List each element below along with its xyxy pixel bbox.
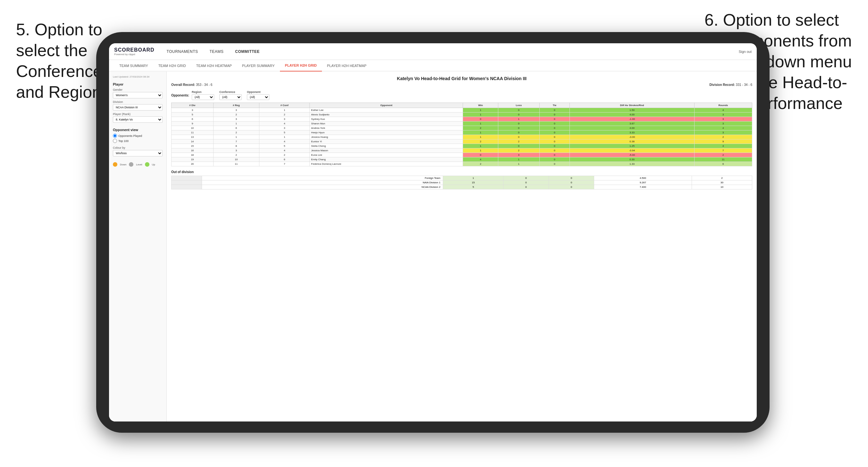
nav-tournaments[interactable]: TOURNAMENTS — [161, 43, 204, 60]
tab-player-summary[interactable]: PLAYER SUMMARY — [237, 60, 280, 71]
table-row: 633Sydney Kuo010-1.003 — [172, 117, 752, 122]
filter-conference-select[interactable]: (All) — [219, 94, 242, 100]
th-loss: Loss — [498, 103, 539, 108]
out-of-div-table: Foreign Team1004.5002NAIA Division 11500… — [171, 176, 752, 189]
table-row: 1474Eunice Yi2200.389 — [172, 139, 752, 144]
logo-area: SCOREBOARD Powered by clippd — [114, 47, 155, 56]
player-section-title: Player — [113, 82, 162, 86]
player-rank-label: Player (Rank) — [113, 113, 162, 116]
table-row: 1822Euna Lee030-5.002 — [172, 153, 752, 157]
colour-by-select[interactable]: Win/loss — [113, 150, 162, 156]
out-table-row: NAIA Division 115009.26730 — [172, 181, 752, 185]
tablet-screen: SCOREBOARD Powered by clippd TOURNAMENTS… — [109, 43, 757, 422]
tab-team-h2h-grid[interactable]: TEAM H2H GRID — [153, 60, 191, 71]
gender-select[interactable]: Women's — [113, 92, 162, 98]
out-table-row: Foreign Team1004.5002 — [172, 176, 752, 181]
nav-items: TOURNAMENTS TEAMS COMMITTEE — [161, 43, 266, 60]
dot-level — [129, 162, 133, 167]
main-content: Last Updated: 27/03/2024 08:34 Player Ge… — [109, 71, 757, 422]
table-row: 331Esther Lee1001.504 — [172, 108, 752, 113]
filter-opponent-select[interactable]: (All) — [247, 94, 269, 100]
dot-level-label: Level — [136, 163, 142, 166]
table-row: 1585Stella Cheng1001.254 — [172, 144, 752, 148]
opponents-label: Opponents: — [171, 94, 189, 97]
th-win: Win — [463, 103, 498, 108]
player-rank-select[interactable]: 8. Katelyn Vo — [113, 116, 162, 123]
table-row: 20117Federica Domecq Lacroze2101.336 — [172, 162, 752, 166]
filter-conference-label: Conference — [219, 90, 242, 94]
out-table-row: NCAA Division 25007.40010 — [172, 185, 752, 189]
dot-indicators: Down Level Up — [113, 162, 162, 167]
sub-navbar: TEAM SUMMARY TEAM H2H GRID TEAM H2H HEAT… — [109, 60, 757, 71]
tab-player-h2h-heatmap[interactable]: PLAYER H2H HEATMAP — [322, 60, 372, 71]
sign-out-link[interactable]: Sign out — [739, 50, 752, 54]
table-row: 1125Heejo Hyun1003.333 — [172, 130, 752, 135]
filter-conference-group: Conference (All) — [219, 90, 242, 100]
dot-down — [113, 162, 117, 167]
table-row: 19106Emily Chang4100.3011 — [172, 157, 752, 162]
overall-record: Overall Record: 353 - 34 - 6 — [171, 83, 212, 87]
radio-top-100[interactable]: Top 100 — [113, 139, 162, 143]
nav-right: Sign out — [739, 50, 752, 54]
opponent-view-label: Opponent view — [113, 128, 162, 132]
table-row: 1311Jessica Huang100-3.002 — [172, 135, 752, 139]
th-div: # Div — [172, 103, 214, 108]
table-row: 914Sharon Mun1003.673 — [172, 122, 752, 126]
last-updated: Last Updated: 27/03/2024 08:34 — [113, 75, 162, 79]
th-rounds: Rounds — [694, 103, 752, 108]
th-conf: # Conf — [259, 103, 310, 108]
filter-region-label: Region — [192, 90, 214, 94]
division-record: Division Record: 331 - 34 - 6 — [710, 83, 752, 87]
nav-committee[interactable]: COMMITTEE — [229, 43, 266, 60]
dot-down-label: Down — [120, 163, 126, 166]
th-opponent: Opponent — [310, 103, 463, 108]
table-row: 1063Andrea York2004.004 — [172, 126, 752, 130]
page-title: Katelyn Vo Head-to-Head Grid for Women's… — [171, 76, 752, 81]
dot-up-label: Up — [152, 163, 155, 166]
filter-row: Opponents: Region (All) Conference (All) — [171, 90, 752, 100]
tablet-frame: SCOREBOARD Powered by clippd TOURNAMENTS… — [96, 32, 770, 433]
th-tie: Tie — [539, 103, 570, 108]
gender-label: Gender — [113, 88, 162, 91]
filter-region-group: Region (All) — [192, 90, 214, 100]
table-row: 522Alexis Sudjianto1004.003 — [172, 113, 752, 117]
data-table: # Div # Reg # Conf Opponent Win Loss Tie… — [171, 102, 752, 166]
sidebar: Last Updated: 27/03/2024 08:34 Player Ge… — [109, 71, 167, 422]
logo-text: SCOREBOARD — [114, 47, 155, 53]
content-area: Katelyn Vo Head-to-Head Grid for Women's… — [167, 71, 757, 422]
division-label: Division — [113, 100, 162, 103]
tab-player-h2h-grid[interactable]: PLAYER H2H GRID — [280, 60, 322, 71]
tab-team-h2h-heatmap[interactable]: TEAM H2H HEATMAP — [191, 60, 237, 71]
nav-teams[interactable]: TEAMS — [204, 43, 229, 60]
tab-team-summary[interactable]: TEAM SUMMARY — [114, 60, 153, 71]
division-select[interactable]: NCAA Division III — [113, 104, 162, 111]
app-navbar: SCOREBOARD Powered by clippd TOURNAMENTS… — [109, 43, 757, 60]
filter-opponent-label: Opponent — [247, 90, 269, 94]
th-reg: # Reg — [213, 103, 259, 108]
record-row: Overall Record: 353 - 34 - 6 Division Re… — [171, 83, 752, 87]
logo-sub: Powered by clippd — [114, 53, 155, 56]
filter-region-select[interactable]: (All) — [192, 94, 214, 100]
opponent-view-radio-group: Opponents Played Top 100 — [113, 134, 162, 143]
table-row: 1634Jessica Mason120-0.947 — [172, 148, 752, 153]
dot-up — [145, 162, 149, 167]
th-diff: Diff Av Strokes/Rnd — [570, 103, 694, 108]
filter-opponent-group: Opponent (All) — [247, 90, 269, 100]
colour-by-label: Colour by — [113, 146, 162, 149]
radio-opponents-played[interactable]: Opponents Played — [113, 134, 162, 138]
out-of-div-title: Out of division — [171, 170, 752, 174]
